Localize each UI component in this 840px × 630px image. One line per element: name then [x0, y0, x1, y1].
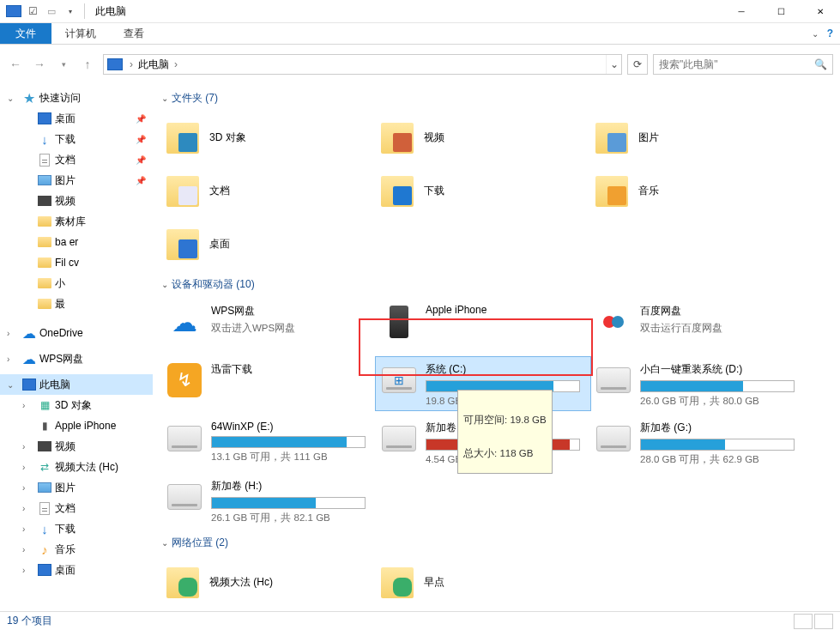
device-item[interactable]: 小白一键重装系统 (D:)26.0 GB 可用，共 80.0 GB — [590, 357, 805, 410]
tree-item-pictures[interactable]: ›图片📌 — [0, 170, 153, 191]
tree-item[interactable]: ›▮Apple iPhone — [0, 415, 153, 436]
up-button[interactable]: ↑ — [77, 54, 98, 75]
maximize-button[interactable]: ☐ — [761, 0, 801, 23]
tree-item-folder[interactable]: ›Fil cv — [0, 252, 153, 273]
tree-wps[interactable]: ›☁WPS网盘 — [0, 348, 153, 369]
device-item[interactable]: 64WinXP (E:)13.1 GB 可用，共 111 GB — [161, 415, 376, 469]
tree-this-pc[interactable]: ⌄此电脑 — [0, 374, 153, 395]
tab-view[interactable]: 查看 — [110, 23, 158, 44]
view-details-button[interactable] — [794, 614, 813, 629]
tree-item[interactable]: ›⇄视频大法 (Hc) — [0, 457, 153, 477]
window-title: 此电脑 — [95, 4, 126, 19]
tree-item-folder[interactable]: ›小 — [0, 273, 153, 294]
pin-icon: 📌 — [136, 176, 146, 185]
folder-item[interactable]: 3D 对象 — [161, 112, 376, 162]
folder-label: 音乐 — [638, 184, 659, 198]
chevron-right-icon[interactable]: › — [172, 58, 179, 70]
tooltip: 可用空间: 19.8 GB 总大小: 118 GB — [457, 390, 553, 474]
recent-dropdown-icon[interactable]: ▾ — [53, 54, 74, 75]
folder-item[interactable]: 音乐 — [590, 166, 805, 215]
device-title: 系统 (C:) — [426, 362, 585, 377]
tree-item[interactable]: ›视频 — [0, 436, 153, 457]
folder-icon — [38, 235, 51, 249]
expand-ribbon-icon[interactable]: ⌄ — [812, 29, 819, 39]
folder-item[interactable]: 视频 — [376, 112, 590, 162]
drive-icon — [166, 479, 202, 515]
music-icon: ♪ — [38, 542, 51, 556]
tree-item-desktop[interactable]: ›桌面📌 — [0, 108, 153, 129]
back-button[interactable]: ← — [5, 54, 26, 75]
device-item[interactable]: Apple iPhone — [376, 299, 590, 352]
address-bar[interactable]: › 此电脑 › ⌄ — [103, 54, 622, 75]
pin-icon: 📌 — [136, 135, 146, 144]
tree-quick-access[interactable]: ⌄★快速访问 — [0, 88, 153, 108]
tree-item[interactable]: ›桌面 — [0, 560, 153, 580]
drive-icon — [381, 304, 417, 340]
tree-item-videos[interactable]: ›视频 — [0, 191, 153, 211]
tree-item[interactable]: ›↓下载 — [0, 518, 153, 539]
view-icons-button[interactable] — [814, 614, 833, 629]
tree-item[interactable]: ›♪音乐 — [0, 539, 153, 560]
tree-item-folder[interactable]: ›ba er — [0, 232, 153, 252]
breadcrumb[interactable]: 此电脑 — [135, 58, 172, 72]
chevron-right-icon[interactable]: › — [128, 58, 135, 70]
tree-item[interactable]: ›文档 — [0, 498, 153, 518]
folder-icon — [379, 119, 415, 155]
folder-icon — [165, 119, 201, 155]
forward-button[interactable]: → — [29, 54, 50, 75]
qat-dropdown-icon[interactable]: ▾ — [62, 3, 79, 20]
help-icon[interactable]: ? — [827, 27, 833, 39]
folder-item[interactable]: 桌面 — [161, 219, 376, 269]
pin-icon: 📌 — [136, 114, 146, 124]
folder-item[interactable]: 文档 — [161, 166, 376, 215]
device-item[interactable]: ↯迅雷下载 — [161, 357, 376, 410]
folder-item[interactable]: 图片 — [590, 112, 805, 162]
device-title: 迅雷下载 — [211, 362, 371, 377]
network-item[interactable]: 早点 — [376, 557, 590, 607]
folder-icon — [165, 564, 201, 600]
search-input[interactable] — [659, 58, 814, 70]
file-tab[interactable]: 文件 — [0, 23, 51, 44]
monitor-icon — [38, 563, 51, 577]
device-item[interactable]: 新加卷 (H:)26.1 GB 可用，共 82.1 GB — [161, 474, 376, 527]
chevron-down-icon: ⌄ — [161, 280, 168, 289]
minimize-button[interactable]: ─ — [722, 0, 761, 23]
close-button[interactable]: ✕ — [801, 0, 840, 23]
group-header-network[interactable]: ⌄网络位置 (2) — [161, 536, 833, 550]
this-pc-qat-icon[interactable] — [5, 3, 22, 20]
new-folder-qat-icon[interactable]: ▭ — [43, 3, 60, 20]
capacity-bar — [640, 439, 795, 451]
folder-icon — [594, 173, 630, 209]
network-label: 视频大法 (Hc) — [209, 575, 273, 590]
folder-item[interactable]: 下载 — [376, 166, 590, 215]
tab-computer[interactable]: 计算机 — [51, 23, 110, 44]
device-subtitle: 双击进入WPS网盘 — [211, 322, 371, 335]
group-header-devices[interactable]: ⌄设备和驱动器 (10) — [161, 277, 833, 292]
tree-item-downloads[interactable]: ›↓下载📌 — [0, 129, 153, 149]
this-pc-icon — [22, 378, 36, 391]
folder-icon — [379, 564, 415, 600]
tree-item[interactable]: ›▦3D 对象 — [0, 395, 153, 415]
network-item[interactable]: 视频大法 (Hc) — [161, 557, 376, 607]
properties-qat-icon[interactable]: ☑ — [24, 3, 41, 20]
refresh-button[interactable]: ⟳ — [627, 54, 648, 75]
tree-item[interactable]: ›图片 — [0, 477, 153, 498]
device-item[interactable]: ☁WPS网盘双击进入WPS网盘 — [161, 299, 376, 352]
tree-item-folder[interactable]: ›最 — [0, 294, 153, 314]
device-item[interactable]: 百度网盘双击运行百度网盘 — [590, 299, 805, 352]
tree-item-folder[interactable]: ›素材库 — [0, 211, 153, 232]
statusbar: 19 个项目 — [0, 611, 840, 630]
address-dropdown-icon[interactable]: ⌄ — [606, 55, 621, 74]
star-icon: ★ — [22, 91, 36, 105]
device-item[interactable]: 新加卷 (G:)28.0 GB 可用，共 62.9 GB — [590, 415, 805, 469]
divider — [84, 3, 85, 19]
tree-item-documents[interactable]: ›文档📌 — [0, 149, 153, 170]
video-icon — [38, 194, 51, 208]
device-subtitle: 双击运行百度网盘 — [640, 322, 800, 335]
group-header-folders[interactable]: ⌄文件夹 (7) — [161, 91, 833, 106]
search-icon[interactable]: 🔍 — [814, 58, 827, 70]
folder-icon — [38, 256, 51, 270]
tree-onedrive[interactable]: ›☁OneDrive — [0, 323, 153, 343]
video-icon — [38, 439, 51, 453]
search-box[interactable]: 🔍 — [653, 54, 833, 75]
